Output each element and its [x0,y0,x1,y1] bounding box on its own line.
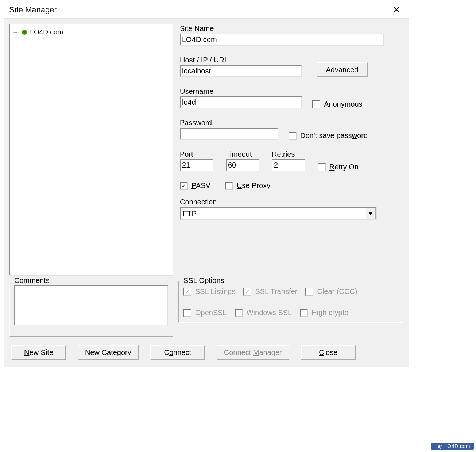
close-icon[interactable]: ✕ [389,5,404,15]
checkbox-icon [235,309,243,317]
connect-button[interactable]: Connect [150,345,205,360]
clear-ccc-label: Clear (CCC) [317,287,357,296]
checkbox-icon [312,100,320,108]
host-input[interactable] [180,65,302,77]
titlebar[interactable]: Site Manager ✕ [4,1,409,19]
checkbox-icon [318,163,326,171]
window-title: Site Manager [9,5,389,15]
port-input[interactable] [180,159,213,171]
svg-marker-0 [368,212,373,215]
watermark: LO4D.com [431,443,474,450]
ssl-transfer-label: SSL Transfer [255,287,297,296]
comments-textarea[interactable] [14,285,168,325]
checkbox-icon [225,182,233,190]
use-proxy-checkbox[interactable]: Use Proxy [225,181,270,190]
retries-input[interactable] [272,159,305,171]
retries-label: Retries [272,150,305,158]
button-bar: New Site New Category Connect Connect Ma… [9,345,403,362]
host-label: Host / IP / URL [180,56,302,64]
comments-group: Comments [9,281,173,337]
connection-value: FTP [181,210,365,218]
retry-on-checkbox[interactable]: Retry On [318,163,359,171]
retry-on-label: Retry On [329,163,359,171]
chevron-down-icon[interactable] [365,208,376,219]
password-input[interactable] [180,128,278,140]
tree-expander-icon[interactable]: ······ [13,29,19,35]
ssl-legend: SSL Options [182,276,226,285]
dont-save-password-label: Don't save password [300,131,368,140]
site-icon [22,30,27,35]
site-name-label: Site Name [180,24,402,33]
tree-item-label: LO4D.com [30,28,63,36]
username-input[interactable] [180,96,302,108]
anonymous-checkbox[interactable]: Anonymous [312,100,363,108]
ssl-transfer-checkbox: ✓ SSL Transfer [243,287,297,296]
openssl-label: OpenSSL [195,309,227,317]
password-label: Password [180,119,278,127]
ssl-listings-label: SSL Listings [195,287,235,296]
openssl-checkbox: OpenSSL [183,309,227,317]
anonymous-label: Anonymous [324,100,363,108]
windows-ssl-label: Windows SSL [247,309,292,317]
site-tree[interactable]: ······ LO4D.com [9,24,173,276]
client-area: ······ LO4D.com Site Name Host / IP / UR… [4,19,409,367]
checkbox-icon: ✓ [243,288,251,296]
ssl-options-group: SSL Options ✓ SSL Listings ✓ SSL Transfe… [178,281,403,323]
timeout-input[interactable] [226,159,259,171]
ssl-listings-checkbox: ✓ SSL Listings [183,287,235,296]
connection-label: Connection [180,198,402,206]
checkbox-icon: ✓ [180,182,188,190]
connect-manager-button: Connect Manager [217,345,289,360]
advanced-button[interactable]: Advanced [317,62,368,77]
checkbox-icon: ✓ [183,288,191,296]
checkbox-icon [289,132,297,140]
site-manager-window: Site Manager ✕ ······ LO4D.com Site Name… [4,1,409,367]
pasv-checkbox[interactable]: ✓ PASV [180,181,210,190]
port-label: Port [180,150,213,158]
clear-ccc-checkbox: Clear (CCC) [305,287,357,296]
dont-save-password-checkbox[interactable]: Don't save password [289,131,368,140]
comments-legend: Comments [13,276,51,285]
pasv-label: PASV [191,181,210,190]
tree-item[interactable]: ······ LO4D.com [13,28,170,36]
close-button[interactable]: Close [301,345,356,360]
username-label: Username [180,87,302,96]
checkbox-icon [305,288,313,296]
windows-ssl-checkbox: Windows SSL [235,309,292,317]
timeout-label: Timeout [226,150,259,158]
site-name-input[interactable] [180,34,384,46]
checkbox-icon [300,309,308,317]
form-panel: Site Name Host / IP / URL Advanced Usern… [178,24,403,276]
high-crypto-label: High crypto [311,309,348,317]
new-site-button[interactable]: New Site [11,345,66,360]
use-proxy-label: Use Proxy [237,181,270,190]
new-category-button[interactable]: New Category [78,345,139,360]
high-crypto-checkbox: High crypto [300,309,348,317]
checkbox-icon [183,309,191,317]
connection-select[interactable]: FTP [180,207,377,220]
